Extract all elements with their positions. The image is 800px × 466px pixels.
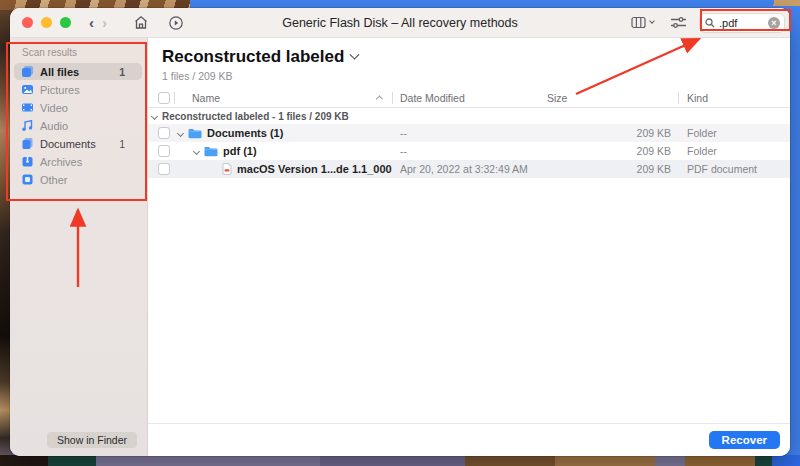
- sidebar-section-header: Scan results: [10, 38, 147, 63]
- column-header-name[interactable]: Name: [174, 88, 392, 107]
- sidebar-item-label: Documents: [40, 138, 96, 150]
- table-header: Name Date Modified Size Kind: [148, 88, 790, 108]
- recovery-session-icon[interactable]: [168, 15, 184, 31]
- clear-search-icon[interactable]: ×: [768, 17, 780, 29]
- wallpaper-top-right: [766, 0, 800, 6]
- file-table-rows: Documents (1)--209 KBFolderpdf (1)--209 …: [148, 124, 790, 178]
- file-size: 209 KB: [536, 142, 678, 160]
- video-icon: [20, 101, 34, 114]
- search-icon: [705, 18, 715, 28]
- file-size: 209 KB: [536, 124, 678, 142]
- pictures-icon: [20, 83, 34, 96]
- window-title: Generic Flash Disk – All recovery method…: [282, 16, 518, 30]
- group-row-label: Reconstructed labeled - 1 files / 209 KB: [162, 111, 349, 122]
- sidebar-item-count: 1: [119, 138, 137, 150]
- sidebar-item-audio[interactable]: Audio: [14, 117, 142, 134]
- select-all-checkbox[interactable]: [158, 92, 170, 104]
- file-name: Documents (1): [207, 127, 283, 139]
- group-row[interactable]: Reconstructed labeled - 1 files / 209 KB: [148, 108, 790, 124]
- view-mode-button[interactable]: [631, 16, 654, 29]
- row-checkbox[interactable]: [158, 127, 170, 139]
- file-name: macOS Version 1...de 1.1_000000.pdf: [237, 163, 392, 175]
- row-checkbox[interactable]: [158, 145, 170, 157]
- sidebar-item-label: All files: [40, 66, 79, 78]
- sidebar-item-other[interactable]: Other: [14, 171, 142, 188]
- search-input[interactable]: .pdf ×: [699, 13, 785, 33]
- archives-icon: [20, 155, 34, 168]
- sidebar-item-video[interactable]: Video: [14, 99, 142, 116]
- recover-button[interactable]: Recover: [709, 431, 780, 449]
- back-button[interactable]: ‹: [85, 15, 98, 30]
- audio-icon: [20, 119, 34, 132]
- file-date-modified: Apr 20, 2022 at 3:32:49 AM: [392, 160, 536, 178]
- file-date-modified: --: [392, 124, 536, 142]
- file-size: 209 KB: [536, 160, 678, 178]
- footer-bar: Recover: [148, 423, 790, 456]
- file-kind: PDF document: [678, 160, 790, 178]
- home-icon[interactable]: [133, 15, 149, 30]
- content-header: Reconstructed labeled 1 files / 209 KB: [148, 38, 790, 82]
- minimize-window-button[interactable]: [41, 17, 52, 28]
- sidebar-item-label: Other: [40, 174, 68, 186]
- all-files-icon: [20, 65, 34, 78]
- chevron-down-icon: [151, 112, 158, 119]
- column-header-date-modified[interactable]: Date Modified: [392, 88, 536, 107]
- sidebar-item-label: Video: [40, 102, 68, 114]
- table-row[interactable]: pdf (1)--209 KBFolder: [148, 142, 790, 160]
- close-window-button[interactable]: [22, 17, 33, 28]
- sidebar-items: All files1PicturesVideoAudioDocuments1Ar…: [10, 63, 147, 188]
- sidebar: Scan results All files1PicturesVideoAudi…: [10, 38, 148, 456]
- pdf-icon: [222, 163, 232, 175]
- wallpaper-bottom-band: [0, 455, 800, 466]
- other-icon: [20, 173, 34, 186]
- folder-icon: [204, 146, 218, 157]
- page-summary: 1 files / 209 KB: [162, 70, 790, 82]
- file-date-modified: --: [392, 142, 536, 160]
- forward-button[interactable]: ›: [98, 15, 111, 30]
- chevron-down-icon: [649, 18, 655, 24]
- grid-view-icon: [631, 16, 646, 29]
- sidebar-item-archives[interactable]: Archives: [14, 153, 142, 170]
- title-chevron-down-icon[interactable]: [350, 49, 360, 59]
- sidebar-item-label: Archives: [40, 156, 82, 168]
- folder-icon: [188, 128, 202, 139]
- zoom-window-button[interactable]: [60, 17, 71, 28]
- show-in-finder-button[interactable]: Show in Finder: [47, 432, 137, 448]
- documents-icon: [20, 137, 34, 150]
- chevron-down-icon[interactable]: [193, 147, 200, 154]
- table-row[interactable]: macOS Version 1...de 1.1_000000.pdfApr 2…: [148, 160, 790, 178]
- sidebar-item-all-files[interactable]: All files1: [14, 63, 142, 80]
- sidebar-item-count: 1: [119, 66, 137, 78]
- file-name: pdf (1): [223, 145, 257, 157]
- titlebar: ‹ › Generic Flash Disk – All recovery me…: [10, 8, 790, 38]
- page-title: Reconstructed labeled: [162, 46, 344, 68]
- sidebar-item-documents[interactable]: Documents1: [14, 135, 142, 152]
- column-header-size[interactable]: Size: [536, 88, 678, 107]
- table-row[interactable]: Documents (1)--209 KBFolder: [148, 124, 790, 142]
- app-window: ‹ › Generic Flash Disk – All recovery me…: [10, 8, 790, 456]
- file-kind: Folder: [678, 142, 790, 160]
- sort-ascending-icon: [376, 95, 383, 102]
- titlebar-actions: .pdf ×: [631, 13, 787, 33]
- traffic-lights: [22, 17, 71, 28]
- search-value: .pdf: [719, 17, 768, 29]
- chevron-down-icon[interactable]: [177, 129, 184, 136]
- sidebar-item-pictures[interactable]: Pictures: [14, 81, 142, 98]
- sidebar-item-label: Audio: [40, 120, 68, 132]
- sidebar-item-label: Pictures: [40, 84, 80, 96]
- filter-icon[interactable]: [670, 16, 687, 30]
- file-kind: Folder: [678, 124, 790, 142]
- row-checkbox[interactable]: [158, 163, 170, 175]
- main-content: Reconstructed labeled 1 files / 209 KB N…: [148, 38, 790, 423]
- column-header-kind[interactable]: Kind: [678, 88, 790, 107]
